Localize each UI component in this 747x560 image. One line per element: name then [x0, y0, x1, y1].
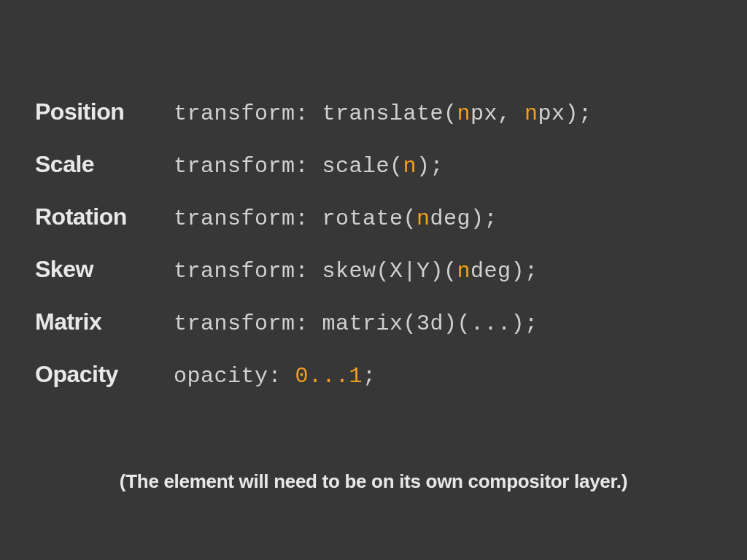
code-text: px); [538, 101, 592, 126]
slide-content: Positiontransform: translate(npx, npx);S… [0, 0, 747, 389]
code-variable: n [403, 154, 417, 179]
code-variable: n [525, 101, 538, 126]
property-code: transform: rotate(ndeg); [174, 206, 498, 231]
property-code: transform: scale(n); [174, 154, 444, 179]
code-text: transform: rotate( [174, 206, 417, 231]
code-text: ; [363, 364, 376, 389]
footnote: (The element will need to be on its own … [0, 470, 747, 493]
property-code: transform: matrix(3d)(...); [174, 311, 538, 336]
code-text: px, [471, 101, 525, 126]
property-label: Rotation [35, 203, 174, 230]
property-row: Matrixtransform: matrix(3d)(...); [35, 308, 712, 336]
code-variable: n [457, 259, 471, 284]
code-text: opacity: [174, 364, 295, 389]
code-text: transform: scale( [174, 154, 403, 179]
property-label: Opacity [35, 361, 174, 388]
property-label: Skew [35, 256, 174, 283]
code-text: transform: matrix(3d)(...); [174, 311, 538, 336]
property-list: Positiontransform: translate(npx, npx);S… [35, 98, 712, 389]
code-variable: n [457, 101, 471, 126]
property-code: opacity: 0...1; [174, 364, 376, 389]
property-row: Opacityopacity: 0...1; [35, 361, 712, 389]
property-row: Rotationtransform: rotate(ndeg); [35, 203, 712, 231]
property-code: transform: translate(npx, npx); [174, 101, 592, 126]
code-text: deg); [471, 259, 538, 284]
property-row: Positiontransform: translate(npx, npx); [35, 98, 712, 126]
code-text: deg); [430, 206, 498, 231]
code-text: ); [417, 154, 444, 179]
property-row: Skewtransform: skew(X|Y)(ndeg); [35, 256, 712, 284]
code-variable: 0...1 [295, 364, 363, 389]
property-label: Matrix [35, 308, 174, 335]
property-label: Position [35, 98, 174, 125]
property-row: Scaletransform: scale(n); [35, 151, 712, 179]
property-code: transform: skew(X|Y)(ndeg); [174, 259, 538, 284]
code-variable: n [417, 206, 430, 231]
property-label: Scale [35, 151, 174, 178]
code-text: transform: skew(X|Y)( [174, 259, 457, 284]
code-text: transform: translate( [174, 101, 457, 126]
